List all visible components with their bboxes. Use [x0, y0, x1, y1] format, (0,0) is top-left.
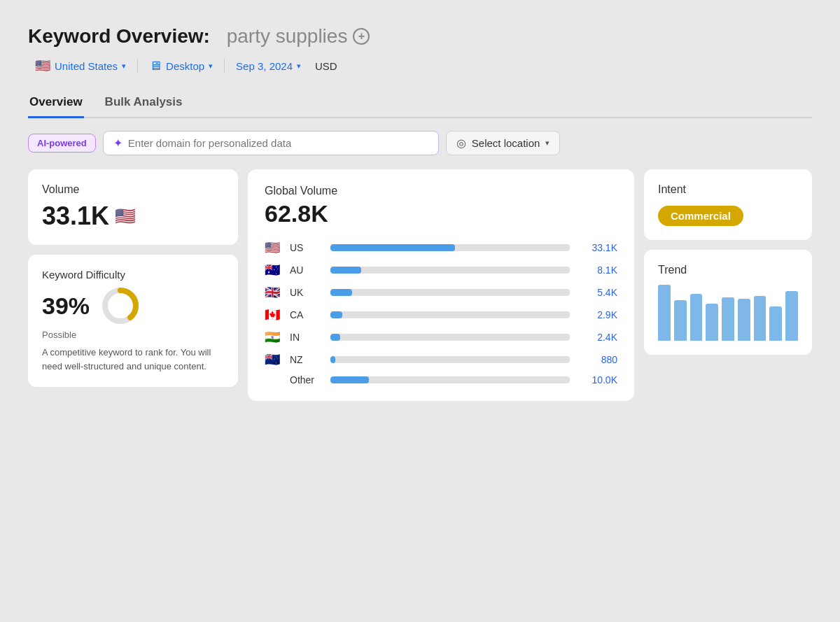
device-filter[interactable]: 🖥 Desktop ▾: [142, 55, 220, 77]
bar-fill-nz: [330, 356, 335, 363]
page-container: Keyword Overview: party supplies + 🇺🇸 Un…: [14, 14, 826, 412]
keyword-text: party supplies: [227, 25, 348, 48]
domain-input-wrapper[interactable]: ✦: [103, 131, 439, 155]
kd-value: 39%: [42, 292, 90, 320]
bar-fill-au: [330, 267, 361, 274]
kd-label: Keyword Difficulty: [42, 269, 224, 281]
trend-bar-7: [769, 306, 782, 341]
bar-bg-uk: [330, 289, 570, 296]
flag-in: 🇮🇳: [265, 330, 284, 345]
trend-bar-4: [722, 297, 734, 341]
date-label: Sep 3, 2024: [236, 60, 293, 72]
trend-bar-3: [706, 304, 718, 341]
location-filter[interactable]: 🇺🇸 United States ▾: [28, 55, 133, 77]
ai-powered-badge: AI-powered: [28, 134, 96, 153]
global-volume-card: Global Volume 62.8K 🇺🇸 US 33.1K 🇦🇺 AU 8.…: [248, 169, 634, 401]
right-column: Intent Commercial Trend: [644, 169, 812, 355]
trend-bar-1: [674, 300, 687, 341]
country-row-us: 🇺🇸 US 33.1K: [265, 240, 617, 255]
flag-uk: 🇬🇧: [265, 285, 284, 300]
date-chevron-icon: ▾: [297, 62, 301, 71]
other-label: Other: [290, 374, 325, 386]
bar-fill-ca: [330, 311, 342, 318]
location-label: United States: [55, 60, 118, 72]
trend-card: Trend: [644, 250, 812, 355]
country-row-uk: 🇬🇧 UK 5.4K: [265, 285, 617, 300]
bar-bg-us: [330, 244, 570, 251]
country-row-other: Other 10.0K: [265, 374, 617, 386]
global-volume-label: Global Volume: [265, 185, 617, 197]
location-chevron-icon: ▾: [122, 62, 126, 71]
bar-bg-in: [330, 334, 570, 341]
code-ca: CA: [290, 309, 325, 320]
trend-bar-2: [690, 294, 703, 341]
intent-card: Intent Commercial: [644, 169, 812, 240]
volume-number: 33.1K: [42, 202, 109, 231]
kd-row: 39%: [42, 285, 224, 327]
code-us: US: [290, 242, 325, 253]
keyword-difficulty-card: Keyword Difficulty 39% Possible A compet…: [28, 255, 238, 387]
kd-description: A competitive keyword to rank for. You w…: [42, 346, 224, 373]
bar-bg-au: [330, 267, 570, 274]
flag-us: 🇺🇸: [265, 240, 284, 255]
trend-label: Trend: [658, 264, 798, 276]
flag-nz: 🇳🇿: [265, 352, 284, 367]
trend-bar-6: [754, 296, 766, 341]
bar-bg-nz: [330, 356, 570, 363]
donut-svg: [99, 285, 141, 327]
trend-bar-5: [738, 299, 750, 341]
select-location-button[interactable]: ◎ Select location ▾: [446, 131, 561, 155]
device-icon: 🖥: [149, 59, 162, 73]
bar-fill-in: [330, 334, 340, 341]
tab-bulk-analysis[interactable]: Bulk Analysis: [104, 90, 184, 118]
volume-flag: 🇺🇸: [115, 206, 136, 226]
country-row-nz: 🇳🇿 NZ 880: [265, 352, 617, 367]
add-keyword-icon[interactable]: +: [353, 28, 370, 45]
ai-bar: AI-powered ✦ ◎ Select location ▾: [28, 131, 812, 155]
date-filter[interactable]: Sep 3, 2024 ▾: [229, 57, 308, 76]
kd-possible-label: Possible: [42, 330, 224, 340]
domain-input[interactable]: [128, 137, 428, 149]
bar-fill-us: [330, 244, 455, 251]
val-other: 10.0K: [575, 374, 617, 386]
page-title: Keyword Overview: party supplies +: [28, 25, 812, 48]
country-row-ca: 🇨🇦 CA 2.9K: [265, 307, 617, 323]
location-pin-icon: ◎: [456, 136, 466, 150]
code-nz: NZ: [290, 354, 325, 365]
bar-fill-uk: [330, 289, 352, 296]
volume-card: Volume 33.1K 🇺🇸: [28, 169, 238, 245]
country-row-in: 🇮🇳 IN 2.4K: [265, 330, 617, 345]
val-uk: 5.4K: [575, 287, 617, 298]
country-row-au: 🇦🇺 AU 8.1K: [265, 262, 617, 278]
tabs-row: Overview Bulk Analysis: [28, 90, 812, 118]
val-ca: 2.9K: [575, 309, 617, 320]
code-in: IN: [290, 332, 325, 343]
flag-au: 🇦🇺: [265, 262, 284, 278]
val-in: 2.4K: [575, 332, 617, 343]
volume-value-row: 33.1K 🇺🇸: [42, 202, 224, 231]
left-column: Volume 33.1K 🇺🇸 Keyword Difficulty 39%: [28, 169, 238, 387]
device-label: Desktop: [166, 60, 204, 72]
filter-divider-2: [224, 59, 225, 73]
bar-bg-other: [330, 376, 570, 383]
flag-ca: 🇨🇦: [265, 307, 284, 323]
sparkle-icon: ✦: [113, 136, 122, 150]
bar-bg-ca: [330, 311, 570, 318]
device-chevron-icon: ▾: [209, 62, 213, 71]
code-au: AU: [290, 264, 325, 276]
filter-bar: 🇺🇸 United States ▾ 🖥 Desktop ▾ Sep 3, 20…: [28, 55, 812, 77]
select-location-label: Select location: [472, 137, 540, 149]
title-prefix: Keyword Overview:: [28, 25, 210, 48]
trend-bar-0: [658, 285, 671, 341]
intent-label: Intent: [658, 183, 798, 196]
location-flag: 🇺🇸: [35, 58, 50, 73]
trend-bar-8: [785, 291, 798, 341]
volume-label: Volume: [42, 183, 224, 196]
val-nz: 880: [575, 354, 617, 365]
bar-fill-other: [330, 376, 369, 383]
global-volume-value: 62.8K: [265, 200, 617, 227]
cards-row: Volume 33.1K 🇺🇸 Keyword Difficulty 39%: [28, 169, 812, 401]
tab-overview[interactable]: Overview: [28, 90, 84, 118]
currency-label: USD: [315, 60, 337, 72]
val-au: 8.1K: [575, 264, 617, 276]
